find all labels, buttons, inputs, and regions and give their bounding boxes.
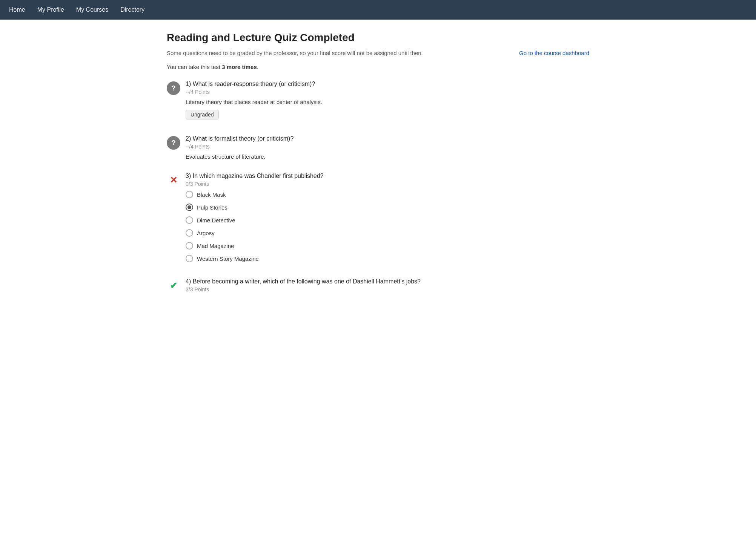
option-argosy: Argosy — [186, 229, 589, 237]
question-4: ✔ 4) Before becoming a writer, which of … — [167, 278, 589, 296]
question-1-points: --/4 Points — [186, 89, 589, 95]
question-1: ? 1) What is reader-response theory (or … — [167, 81, 589, 125]
question-1-answer: Literary theory that places reader at ce… — [186, 99, 589, 105]
page-title: Reading and Lecture Quiz Completed — [167, 32, 589, 44]
option-black-mask: Black Mask — [186, 191, 589, 198]
question-2-text: 2) What is formalist theory (or criticis… — [186, 135, 589, 142]
option-western-story: Western Story Magazine — [186, 255, 589, 262]
question-2-answer: Evaluates structure of literature. — [186, 153, 589, 160]
radio-black-mask — [186, 191, 193, 198]
question-3-content: 3) In which magazine was Chandler first … — [186, 173, 589, 268]
radio-mad-magazine — [186, 242, 193, 250]
question-3: ✕ 3) In which magazine was Chandler firs… — [167, 173, 589, 268]
question-2-points: --/4 Points — [186, 144, 589, 150]
navbar: Home My Profile My Courses Directory — [0, 0, 756, 20]
nav-directory[interactable]: Directory — [120, 6, 144, 13]
radio-pulp-stories — [186, 204, 193, 211]
question-2-content: 2) What is formalist theory (or criticis… — [186, 135, 589, 162]
question-4-text: 4) Before becoming a writer, which of th… — [186, 278, 589, 285]
question-4-content: 4) Before becoming a writer, which of th… — [186, 278, 589, 296]
option-dime-detective: Dime Detective — [186, 216, 589, 224]
ungraded-badge-1: Ungraded — [186, 110, 219, 119]
question-1-text: 1) What is reader-response theory (or cr… — [186, 81, 589, 87]
option-pulp-stories: Pulp Stories — [186, 204, 589, 211]
ungraded-icon-1: ? — [167, 81, 180, 95]
main-content: Reading and Lecture Quiz Completed Some … — [152, 20, 604, 319]
option-mad-magazine: Mad Magazine — [186, 242, 589, 250]
ungraded-icon-2: ? — [167, 136, 180, 150]
incorrect-icon-3: ✕ — [167, 173, 180, 187]
question-4-points: 3/3 Points — [186, 286, 589, 292]
radio-western-story — [186, 255, 193, 262]
question-1-content: 1) What is reader-response theory (or cr… — [186, 81, 589, 125]
nav-home[interactable]: Home — [9, 6, 25, 13]
question-3-points: 0/3 Points — [186, 181, 589, 187]
dashboard-link[interactable]: Go to the course dashboard — [519, 50, 589, 56]
retake-notice: You can take this test 3 more times. — [167, 64, 589, 70]
question-2: ? 2) What is formalist theory (or critic… — [167, 135, 589, 162]
subtitle: Some questions need to be graded by the … — [167, 50, 423, 56]
top-row: Some questions need to be graded by the … — [167, 50, 589, 56]
radio-dime-detective — [186, 216, 193, 224]
question-3-options: Black Mask Pulp Stories Dime Detective A… — [186, 191, 589, 262]
nav-my-profile[interactable]: My Profile — [37, 6, 64, 13]
question-3-text: 3) In which magazine was Chandler first … — [186, 173, 589, 179]
radio-argosy — [186, 229, 193, 237]
nav-my-courses[interactable]: My Courses — [76, 6, 108, 13]
correct-icon-4: ✔ — [167, 279, 180, 292]
